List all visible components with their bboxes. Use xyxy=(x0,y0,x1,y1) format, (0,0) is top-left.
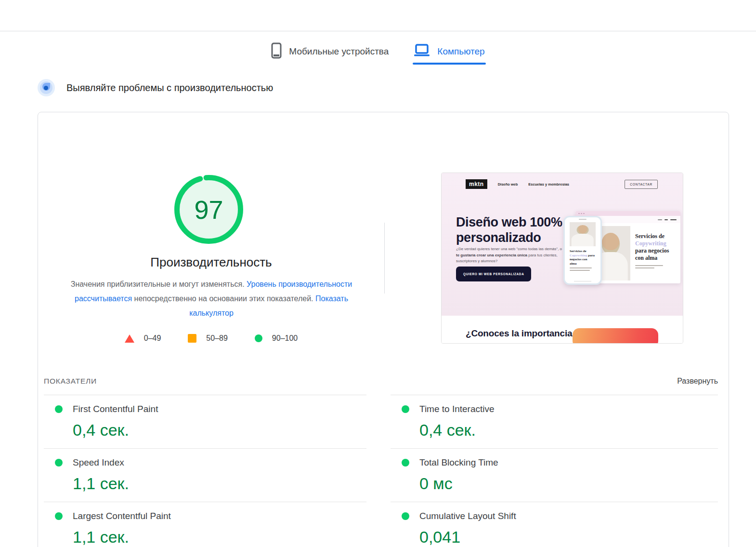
phone-home-bar xyxy=(574,281,591,282)
browser-mockup-nav-placeholders xyxy=(658,219,677,220)
active-tab-underline xyxy=(413,63,485,65)
site-navbar: mktn Diseño web Escuelas y membresías CO… xyxy=(466,179,658,189)
site-nav-link-2: Escuelas y membresías xyxy=(528,182,569,187)
expand-button[interactable]: Развернуть xyxy=(677,377,718,386)
score-value: 97 xyxy=(173,174,244,245)
desc-text-1: Значения приблизительные и могут изменят… xyxy=(71,280,247,288)
performance-score-gauge[interactable]: 97 xyxy=(173,174,244,245)
device-tab-bar: Мобильные устройства Компьютер xyxy=(0,39,756,65)
green-dot-icon xyxy=(55,512,63,520)
text-line-placeholder xyxy=(635,267,654,268)
score-title: Производительность xyxy=(38,255,384,270)
site-screenshot-thumbnail[interactable]: mktn Diseño web Escuelas y membresías CO… xyxy=(441,173,683,344)
phone-mockup: Servicios de Copywriting para negocios c… xyxy=(563,216,602,285)
metric-time-to-interactive[interactable]: Time to Interactive 0,4 сек. xyxy=(391,395,718,448)
site-hero-section: mktn Diseño web Escuelas y membresías CO… xyxy=(442,173,683,316)
legend-item-good: 90–100 xyxy=(255,334,298,343)
site-footer-strip: ¿Conoces la importancia xyxy=(442,316,683,344)
desktop-laptop-icon xyxy=(414,43,430,60)
mobile-phone-icon xyxy=(271,42,282,61)
metrics-header-row: ПОКАЗАТЕЛИ Развернуть xyxy=(44,375,718,395)
legend-range-poor: 0–49 xyxy=(144,334,161,343)
tab-desktop[interactable]: Компьютер xyxy=(414,39,484,65)
header-divider xyxy=(0,31,756,31)
summary-section: 97 Производительность Значения приблизит… xyxy=(38,112,729,375)
page-title: Выявляйте проблемы с производительностью xyxy=(66,82,273,93)
page-header: Выявляйте проблемы с производительностью xyxy=(38,79,273,96)
green-dot-icon xyxy=(402,459,409,467)
speedometer-icon xyxy=(38,79,55,96)
tab-mobile[interactable]: Мобильные устройства xyxy=(271,39,389,65)
metrics-grid: First Contentful Paint 0,4 сек. Time to … xyxy=(44,395,718,547)
legend-range-average: 50–89 xyxy=(206,334,228,343)
site-hero-paragraph: ¿De verdad quieres tener una web "como t… xyxy=(456,246,562,265)
green-dot-icon xyxy=(55,405,63,413)
legend-range-good: 90–100 xyxy=(272,334,298,343)
site-cta-button: QUIERO MI WEB PERSONALIZADA xyxy=(456,267,531,281)
metrics-section: ПОКАЗАТЕЛИ Развернуть First Contentful P… xyxy=(38,375,729,547)
red-triangle-icon xyxy=(125,334,134,343)
legend-item-average: 50–89 xyxy=(188,334,228,343)
legend-item-poor: 0–49 xyxy=(125,334,161,343)
site-headline: Diseño web 100% personalizado xyxy=(456,214,562,245)
performance-report-card: 97 Производительность Значения приблизит… xyxy=(38,112,729,547)
metric-first-contentful-paint[interactable]: First Contentful Paint 0,4 сек. xyxy=(44,395,366,448)
phone-notch xyxy=(579,219,587,220)
metric-speed-index[interactable]: Speed Index 1,1 сек. xyxy=(44,448,366,502)
green-circle-icon xyxy=(255,334,262,342)
tab-desktop-label: Компьютер xyxy=(437,46,484,57)
site-logo: mktn xyxy=(466,179,487,189)
desc-text-2: непосредственно на основании этих показа… xyxy=(132,294,315,303)
orange-square-icon xyxy=(188,334,196,343)
site-footer-text: ¿Conoces la importancia xyxy=(466,328,572,339)
tab-mobile-label: Мобильные устройства xyxy=(289,46,389,57)
score-panel: 97 Производительность Значения приблизит… xyxy=(38,112,384,375)
phone-text-placeholders xyxy=(570,267,600,271)
green-dot-icon xyxy=(402,512,409,520)
green-dot-icon xyxy=(402,405,409,413)
site-nav-link-1: Diseño web xyxy=(498,182,518,187)
score-description: Значения приблизительные и могут изменят… xyxy=(67,277,356,320)
woman-photo-small xyxy=(570,222,596,246)
score-legend: 0–49 50–89 90–100 xyxy=(38,334,384,343)
browser-mockup-titlebar xyxy=(575,211,680,216)
metrics-heading: ПОКАЗАТЕЛИ xyxy=(44,377,97,386)
text-line-placeholder xyxy=(635,265,663,266)
green-dot-icon xyxy=(55,459,63,467)
metric-cumulative-layout-shift[interactable]: Cumulative Layout Shift 0,041 xyxy=(391,502,718,547)
gradient-banner xyxy=(573,328,658,344)
metric-largest-contentful-paint[interactable]: Largest Contentful Paint 1,1 сек. xyxy=(44,502,366,547)
site-contact-button: CONTACTAR xyxy=(625,180,658,189)
inner-heading: Servicios de Copywriting para negocios c… xyxy=(635,233,669,268)
vertical-divider xyxy=(384,223,385,294)
metric-total-blocking-time[interactable]: Total Blocking Time 0 мс xyxy=(391,448,718,502)
phone-heading: Servicios de Copywriting para negocios c… xyxy=(570,249,600,266)
